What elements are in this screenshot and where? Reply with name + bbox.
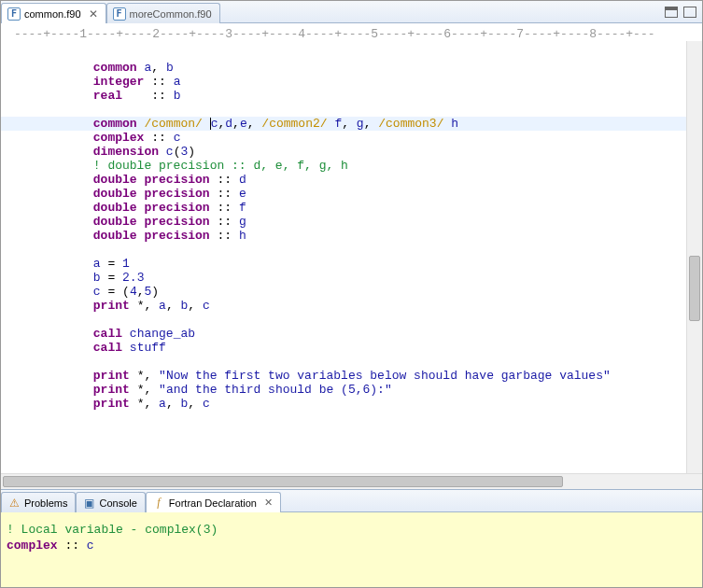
editor-tab-label: moreCommon.f90 bbox=[130, 8, 212, 20]
view-tab-problems[interactable]: ⚠ Problems bbox=[1, 492, 76, 512]
editor-body: common a, b integer :: a real :: b commo… bbox=[1, 41, 702, 473]
code-line[interactable]: print *, a, b, c bbox=[1, 299, 686, 313]
code-line[interactable] bbox=[1, 243, 686, 257]
declaration-line: complex :: c bbox=[7, 538, 696, 553]
view-tab-fortran-declaration[interactable]: f Fortran Declaration ✕ bbox=[146, 492, 281, 512]
code-line[interactable]: double precision :: h bbox=[1, 229, 686, 243]
bottom-panel: ⚠ Problems ▣ Console f Fortran Declarati… bbox=[1, 489, 702, 587]
code-line[interactable] bbox=[1, 47, 686, 61]
editor-tab-common[interactable]: F common.f90 ✕ bbox=[1, 3, 106, 23]
code-line[interactable]: print *, a, b, c bbox=[1, 397, 686, 411]
vertical-scrollbar[interactable] bbox=[686, 41, 702, 473]
horizontal-scrollbar[interactable] bbox=[1, 473, 702, 489]
maximize-icon[interactable] bbox=[683, 7, 696, 18]
code-line[interactable]: dimension c(3) bbox=[1, 145, 686, 159]
ide-window: F common.f90 ✕ F moreCommon.f90 ----+---… bbox=[0, 0, 703, 588]
code-line[interactable]: complex :: c bbox=[1, 131, 686, 145]
code-line[interactable]: common a, b bbox=[1, 61, 686, 75]
code-line[interactable]: double precision :: g bbox=[1, 215, 686, 229]
code-line[interactable]: c = (4,5) bbox=[1, 285, 686, 299]
column-ruler: ----+----1----+----2----+----3----+----4… bbox=[1, 23, 702, 41]
code-line[interactable]: common /common/ c,d,e, /common2/ f, g, /… bbox=[1, 117, 686, 131]
fortran-file-icon: F bbox=[7, 7, 21, 21]
code-line[interactable]: double precision :: d bbox=[1, 173, 686, 187]
code-line[interactable] bbox=[1, 355, 686, 369]
declaration-keyword: complex bbox=[7, 539, 58, 553]
console-icon: ▣ bbox=[82, 497, 95, 510]
horizontal-scroll-thumb[interactable] bbox=[3, 476, 563, 487]
code-line[interactable]: print *, "Now the first two variables be… bbox=[1, 369, 686, 383]
editor-window-controls bbox=[665, 1, 702, 22]
declaration-separator: :: bbox=[58, 539, 87, 553]
code-line[interactable]: integer :: a bbox=[1, 75, 686, 89]
fortran-file-icon: F bbox=[113, 7, 126, 21]
minimize-icon[interactable] bbox=[665, 7, 678, 18]
close-icon[interactable]: ✕ bbox=[89, 7, 98, 21]
fortran-declaration-icon: f bbox=[152, 497, 165, 510]
editor-tab-bar: F common.f90 ✕ F moreCommon.f90 bbox=[1, 1, 702, 23]
code-editor[interactable]: common a, b integer :: a real :: b commo… bbox=[1, 41, 686, 473]
view-tab-console[interactable]: ▣ Console bbox=[76, 492, 145, 512]
vertical-scroll-thumb[interactable] bbox=[689, 256, 700, 321]
problems-icon: ⚠ bbox=[7, 497, 21, 510]
view-tab-label: Fortran Declaration bbox=[169, 497, 257, 509]
fortran-declaration-view: ! Local variable - complex(3) complex ::… bbox=[1, 512, 702, 587]
close-icon[interactable]: ✕ bbox=[264, 497, 273, 509]
declaration-identifier: c bbox=[87, 539, 94, 553]
editor-tab-label: common.f90 bbox=[24, 8, 81, 20]
code-line[interactable] bbox=[1, 313, 686, 327]
code-line[interactable]: ! double precision :: d, e, f, g, h bbox=[1, 159, 686, 173]
declaration-comment: ! Local variable - complex(3) bbox=[7, 522, 696, 538]
code-line[interactable]: a = 1 bbox=[1, 257, 686, 271]
code-line[interactable]: real :: b bbox=[1, 89, 686, 103]
code-line[interactable]: print *, "and the third should be (5,6):… bbox=[1, 383, 686, 397]
code-line[interactable]: call stuff bbox=[1, 341, 686, 355]
code-line[interactable]: double precision :: f bbox=[1, 201, 686, 215]
editor-area: ----+----1----+----2----+----3----+----4… bbox=[1, 23, 702, 489]
editor-tab-morecommon[interactable]: F moreCommon.f90 bbox=[106, 3, 220, 23]
code-line[interactable]: call change_ab bbox=[1, 327, 686, 341]
view-tab-label: Problems bbox=[24, 497, 67, 509]
code-line[interactable]: double precision :: e bbox=[1, 187, 686, 201]
code-line[interactable] bbox=[1, 103, 686, 117]
views-tab-bar: ⚠ Problems ▣ Console f Fortran Declarati… bbox=[1, 490, 702, 512]
code-line[interactable]: b = 2.3 bbox=[1, 271, 686, 285]
view-tab-label: Console bbox=[99, 497, 136, 509]
